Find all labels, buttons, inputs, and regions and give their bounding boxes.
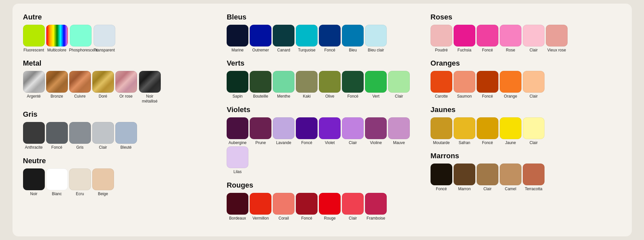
swatch-color <box>342 117 364 139</box>
section-bleus: BleusMarineOutremerCanardTurquoiseFoncéB… <box>227 13 417 52</box>
swatch-color <box>69 168 91 190</box>
swatch-label: Noir <box>30 192 37 196</box>
swatch-color <box>319 71 341 93</box>
swatch-item-clair[interactable]: Clair <box>92 122 114 150</box>
swatch-color <box>250 71 271 93</box>
swatch-item-phosphorescent[interactable]: Phosphorescent <box>69 25 92 52</box>
swatch-item-foncé[interactable]: Foncé <box>477 117 498 145</box>
swatch-item-camel[interactable]: Camel <box>500 164 521 191</box>
swatch-item-gris[interactable]: Gris <box>69 122 91 150</box>
swatch-item-or-rose[interactable]: Or rose <box>115 71 137 104</box>
swatch-item-corail[interactable]: Corail <box>273 193 294 221</box>
swatch-item-clair[interactable]: Clair <box>523 71 545 99</box>
swatch-color <box>388 117 410 139</box>
swatch-color <box>92 168 114 190</box>
swatch-item-outremer[interactable]: Outremer <box>250 25 271 52</box>
swatch-item-rouge[interactable]: Rouge <box>319 193 341 221</box>
swatch-item-beige[interactable]: Beige <box>92 168 114 196</box>
swatch-item-foncé[interactable]: Foncé <box>296 117 318 145</box>
swatch-item-multicolore[interactable]: Multicolore <box>46 25 68 52</box>
swatches-bleus: MarineOutremerCanardTurquoiseFoncéBleuBl… <box>227 25 417 52</box>
swatch-color <box>227 146 248 168</box>
swatch-item-saumon[interactable]: Saumon <box>454 71 475 99</box>
swatch-item-poudré[interactable]: Poudré <box>431 25 452 52</box>
swatch-item-foncé[interactable]: Foncé <box>477 71 498 99</box>
swatch-item-lavande[interactable]: Lavande <box>273 117 294 145</box>
swatch-item-clair[interactable]: Clair <box>342 193 364 221</box>
swatch-item-fluorescent[interactable]: Fluorescent <box>23 25 45 52</box>
swatch-label: Beige <box>98 192 108 196</box>
swatch-item-kaki[interactable]: Kaki <box>296 71 318 99</box>
swatch-item-ecru[interactable]: Ecru <box>69 168 91 196</box>
swatch-item-bronze[interactable]: Bronze <box>46 71 68 104</box>
color-palette-card: AutreFluorescentMulticolorePhosphorescen… <box>13 4 632 236</box>
swatch-item-blanc[interactable]: Blanc <box>46 168 68 196</box>
swatch-item-argenté[interactable]: Argenté <box>23 71 45 104</box>
swatch-item-mauve[interactable]: Mauve <box>388 117 410 145</box>
swatch-item-clair[interactable]: Clair <box>388 71 410 99</box>
section-gris: GrisAnthraciteFoncéGrisClairBleuté <box>23 110 214 150</box>
swatch-color <box>273 117 294 139</box>
swatch-item-moutarde[interactable]: Moutarde <box>431 117 452 145</box>
swatch-item-marine[interactable]: Marine <box>227 25 248 52</box>
swatch-item-vert[interactable]: Vert <box>365 71 387 99</box>
swatches-oranges: CarotteSaumonFoncéOrangeClair <box>431 71 621 99</box>
swatch-item-orange[interactable]: Orange <box>500 71 521 99</box>
swatch-item-foncé[interactable]: Foncé <box>477 25 498 52</box>
swatch-item-bleu[interactable]: Bleu <box>342 25 364 52</box>
swatch-item-carotte[interactable]: Carotte <box>431 71 452 99</box>
swatch-label: Foncé <box>482 94 493 99</box>
swatch-item-foncé[interactable]: Foncé <box>46 122 68 150</box>
swatch-item-safran[interactable]: Safran <box>454 117 475 145</box>
swatch-color <box>365 117 387 139</box>
swatch-item-foncé[interactable]: Foncé <box>296 193 318 221</box>
swatch-item-framboise[interactable]: Framboise <box>365 193 387 221</box>
swatch-color <box>431 117 452 139</box>
swatch-item-jaune[interactable]: Jaune <box>500 117 521 145</box>
swatch-color <box>365 71 387 93</box>
swatch-item-vieux-rose[interactable]: Vieux rose <box>546 25 568 52</box>
swatch-item-terracotta[interactable]: Terracotta <box>523 164 545 191</box>
swatch-item-olive[interactable]: Olive <box>319 71 341 99</box>
swatch-item-canard[interactable]: Canard <box>273 25 294 52</box>
swatch-item-transparent[interactable]: Transparent <box>94 25 115 52</box>
swatch-item-vermillon[interactable]: Vermillon <box>250 193 271 221</box>
swatch-label: Menthe <box>277 94 290 99</box>
swatch-item-prune[interactable]: Prune <box>250 117 271 145</box>
swatch-item-marron[interactable]: Marron <box>454 164 475 191</box>
swatch-item-violine[interactable]: Violine <box>365 117 387 145</box>
swatch-item-cuivre[interactable]: Cuivre <box>69 71 91 104</box>
section-title-violets: Violets <box>227 105 417 114</box>
section-title-jaunes: Jaunes <box>431 105 621 114</box>
swatch-item-clair[interactable]: Clair <box>342 117 364 145</box>
swatch-color <box>227 117 248 139</box>
swatch-item-lilas[interactable]: Lilas <box>227 146 248 174</box>
swatch-color <box>70 25 92 46</box>
swatches-rouges: BordeauxVermillonCorailFoncéRougeClairFr… <box>227 193 417 221</box>
swatch-label: Bordeaux <box>229 216 246 221</box>
swatch-color <box>523 25 545 46</box>
swatch-item-turquoise[interactable]: Turquoise <box>296 25 318 52</box>
swatch-item-violet[interactable]: Violet <box>319 117 341 145</box>
swatch-item-rose[interactable]: Rose <box>500 25 521 52</box>
swatch-color <box>500 25 521 46</box>
swatch-item-anthracite[interactable]: Anthracite <box>23 122 45 150</box>
swatch-color <box>477 25 498 46</box>
swatch-item-clair[interactable]: Clair <box>477 164 498 191</box>
swatch-item-foncé[interactable]: Foncé <box>319 25 341 52</box>
swatch-item-menthe[interactable]: Menthe <box>273 71 294 99</box>
swatch-item-foncé[interactable]: Foncé <box>431 164 452 191</box>
swatch-item-bordeaux[interactable]: Bordeaux <box>227 193 248 221</box>
swatch-item-aubergine[interactable]: Aubergine <box>227 117 248 145</box>
swatch-item-clair[interactable]: Clair <box>523 117 545 145</box>
swatch-item-clair[interactable]: Clair <box>523 25 545 52</box>
swatch-item-noir-métallisé[interactable]: Noir métallisé <box>138 71 161 104</box>
swatch-item-bleuté[interactable]: Bleuté <box>115 122 137 150</box>
swatch-item-doré[interactable]: Doré <box>92 71 114 104</box>
swatch-item-noir[interactable]: Noir <box>23 168 45 196</box>
swatch-item-fuchsia[interactable]: Fuchsia <box>454 25 475 52</box>
swatch-item-bleu-clair[interactable]: Bleu clair <box>365 25 387 52</box>
swatch-item-foncé[interactable]: Foncé <box>342 71 364 99</box>
swatch-item-bouteille[interactable]: Bouteille <box>250 71 271 99</box>
swatch-item-sapin[interactable]: Sapin <box>227 71 248 99</box>
